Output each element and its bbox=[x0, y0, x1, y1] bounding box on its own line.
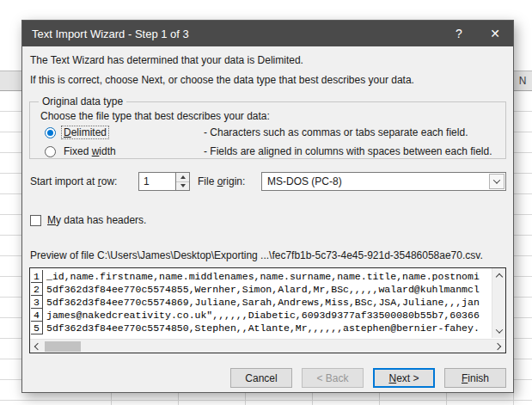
fixed-width-description: - Fields are aligned in columns with spa… bbox=[204, 145, 492, 157]
finish-button[interactable]: Finish bbox=[444, 368, 506, 388]
spinner-down-icon[interactable] bbox=[176, 182, 189, 191]
screen: N Text Import Wizard - Step 1 of 3 ? ✕ T… bbox=[0, 0, 532, 405]
file-preview-box: 1_id,name.firstname,name.middlenames,nam… bbox=[29, 267, 506, 353]
spinner-buttons bbox=[175, 173, 189, 190]
preview-row: 1_id,name.firstname,name.middlenames,nam… bbox=[31, 270, 491, 283]
headers-checkbox-row: My data has headers. bbox=[30, 213, 146, 227]
file-origin-value: MS-DOS (PC-8) bbox=[262, 175, 489, 187]
fixed-width-radio-label[interactable]: Fixed width bbox=[62, 145, 118, 157]
headers-checkbox-label[interactable]: My data has headers. bbox=[47, 214, 146, 226]
start-import-row-label: Start import at row: bbox=[30, 175, 117, 187]
chevron-down-icon[interactable] bbox=[489, 174, 504, 189]
import-settings-row: Start import at row: 1 File origin: MS-D… bbox=[22, 172, 513, 191]
scroll-left-icon[interactable] bbox=[30, 340, 44, 353]
intro-line-2: If this is correct, choose Next, or choo… bbox=[30, 74, 414, 86]
fixed-width-radio[interactable] bbox=[45, 146, 56, 157]
scroll-down-icon[interactable] bbox=[492, 324, 505, 338]
next-button[interactable]: Next > bbox=[373, 368, 435, 388]
delimited-description: - Characters such as commas or tabs sepa… bbox=[204, 126, 468, 138]
dialog-titlebar[interactable]: Text Import Wizard - Step 1 of 3 ? ✕ bbox=[22, 21, 513, 46]
spinner-up-icon[interactable] bbox=[176, 173, 189, 182]
preview-row: 4james@nakedcreativity.co.uk",,,,,,Diabe… bbox=[31, 309, 491, 322]
start-row-spinner[interactable]: 1 bbox=[138, 172, 190, 191]
fixed-width-option-row: Fixed width - Fields are aligned in colu… bbox=[45, 144, 502, 158]
delimited-option-row: Delimited - Characters such as commas or… bbox=[45, 126, 502, 139]
preview-file-label: Preview of file C:\Users\James\Desktop\E… bbox=[30, 249, 483, 261]
preview-row: 35df362d3f84ee770c5574869,Juliane,Sarah,… bbox=[31, 296, 491, 309]
dialog-body: The Text Wizard has determined that your… bbox=[22, 46, 513, 392]
dialog-button-row: Cancel < Back Next > Finish bbox=[230, 368, 506, 388]
scroll-right-icon[interactable] bbox=[492, 340, 505, 353]
my-data-has-headers-checkbox[interactable] bbox=[30, 215, 41, 226]
preview-horizontal-scrollbar[interactable] bbox=[30, 339, 505, 353]
preview-rows: 1_id,name.firstname,name.middlenames,nam… bbox=[31, 270, 491, 338]
start-row-value[interactable]: 1 bbox=[139, 173, 175, 190]
dialog-title: Text Import Wizard - Step 1 of 3 bbox=[22, 28, 441, 40]
cancel-button[interactable]: Cancel bbox=[230, 368, 292, 388]
text-import-wizard-dialog: Text Import Wizard - Step 1 of 3 ? ✕ The… bbox=[21, 20, 514, 393]
preview-vertical-scrollbar[interactable] bbox=[492, 268, 505, 338]
close-button[interactable]: ✕ bbox=[477, 21, 513, 46]
original-data-type-group: Original data type Choose the file type … bbox=[29, 101, 506, 159]
delimited-radio-label[interactable]: Delimited bbox=[62, 126, 108, 138]
file-origin-label: File origin: bbox=[198, 175, 245, 187]
group-legend: Original data type bbox=[39, 95, 126, 107]
file-type-prompt: Choose the file type that best describes… bbox=[40, 110, 270, 122]
preview-row: 55df362d3f84ee770c5574850,Stephen,,Atlan… bbox=[31, 322, 491, 334]
sheet-column-header-n[interactable]: N bbox=[513, 71, 532, 91]
preview-row: 25df362d3f84ee770c5574855,Wernher,Simon,… bbox=[31, 283, 491, 296]
scroll-up-icon[interactable] bbox=[492, 268, 505, 282]
horizontal-scroll-thumb[interactable] bbox=[45, 341, 81, 352]
help-button[interactable]: ? bbox=[441, 21, 477, 46]
back-button: < Back bbox=[302, 368, 364, 388]
file-origin-dropdown[interactable]: MS-DOS (PC-8) bbox=[261, 172, 506, 191]
intro-line-1: The Text Wizard has determined that your… bbox=[30, 54, 303, 66]
delimited-radio[interactable] bbox=[45, 127, 56, 138]
